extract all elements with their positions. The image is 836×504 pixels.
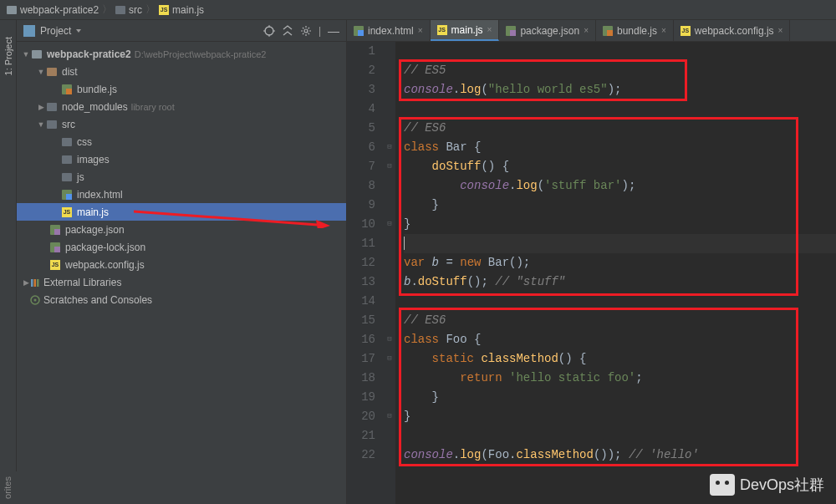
- breadcrumb-separator: 〉: [102, 3, 112, 17]
- close-icon[interactable]: ×: [418, 26, 423, 35]
- folder-icon: [62, 138, 72, 146]
- tab-label: webpack.config.js: [695, 25, 774, 37]
- library-icon: [30, 277, 40, 288]
- tree-label: package-lock.json: [65, 242, 145, 253]
- tree-label: webpack.config.js: [65, 259, 145, 271]
- breadcrumb-item[interactable]: src: [115, 4, 142, 16]
- tree-node-modules[interactable]: node_modules library root: [17, 98, 346, 115]
- js-icon: JS: [681, 26, 691, 36]
- dropdown-arrow-icon[interactable]: [76, 29, 81, 33]
- project-toolbar: Project | —: [17, 20, 346, 42]
- code-editor[interactable]: 12345678910111213141516171819202122 ⊟⊟⊟⊟…: [347, 42, 836, 504]
- breadcrumb-item[interactable]: JS main.js: [159, 4, 204, 16]
- breadcrumb-separator: 〉: [145, 3, 155, 17]
- html-icon: [354, 26, 364, 36]
- locate-icon[interactable]: [263, 25, 275, 37]
- tree-node-index-html[interactable]: index.html: [17, 186, 346, 203]
- tab-label: package.json: [520, 25, 579, 37]
- svg-point-0: [265, 27, 273, 35]
- scratches-icon: [30, 295, 40, 305]
- tree-label: src: [62, 119, 75, 130]
- hide-icon[interactable]: —: [328, 25, 339, 37]
- line-number-gutter: 12345678910111213141516171819202122: [347, 42, 384, 504]
- tree-node-package-lock[interactable]: package-lock.json: [17, 238, 346, 256]
- tab-main-js[interactable]: JS main.js ×: [431, 20, 500, 41]
- project-tool-tab[interactable]: 1: Project: [3, 37, 13, 75]
- breadcrumb-label: webpack-pratice2: [20, 4, 99, 16]
- project-panel: Project | — webpack-pratice2 D:\webProje…: [17, 20, 347, 504]
- json-icon: [50, 225, 60, 235]
- tree-node-external-libs[interactable]: External Libraries: [17, 273, 346, 291]
- close-icon[interactable]: ×: [584, 26, 589, 35]
- breadcrumb-label: src: [129, 4, 142, 16]
- close-icon[interactable]: ×: [661, 26, 666, 35]
- tree-node-scratches[interactable]: Scratches and Consoles: [17, 291, 346, 308]
- tree-node-package-json[interactable]: package.json: [17, 221, 346, 238]
- html-icon: [62, 190, 72, 200]
- svg-rect-7: [34, 279, 37, 287]
- project-icon: [23, 25, 35, 37]
- js-icon: JS: [437, 25, 447, 35]
- tree-label: images: [77, 154, 110, 165]
- tab-index-html[interactable]: index.html ×: [347, 20, 431, 41]
- tab-bundle-js[interactable]: bundle.js ×: [596, 20, 674, 41]
- js-icon: JS: [62, 207, 72, 217]
- tab-webpack-config[interactable]: JS webpack.config.js ×: [674, 20, 791, 41]
- folder-icon: [32, 50, 42, 59]
- tree-expand-icon[interactable]: [37, 103, 45, 111]
- tab-package-json[interactable]: package.json ×: [499, 20, 596, 41]
- tab-label: main.js: [451, 24, 483, 36]
- breadcrumb-item[interactable]: webpack-pratice2: [7, 4, 99, 16]
- tree-node-css[interactable]: css: [17, 133, 346, 150]
- tree-node-js[interactable]: js: [17, 168, 346, 186]
- tree-node-project-root[interactable]: webpack-pratice2 D:\webProject\webpack-p…: [17, 45, 346, 63]
- close-icon[interactable]: ×: [487, 25, 492, 34]
- code-content[interactable]: // ES5console.log("hello world es5");// …: [395, 42, 836, 504]
- svg-point-10: [34, 298, 37, 301]
- tree-expand-icon[interactable]: [22, 50, 30, 59]
- svg-point-5: [304, 29, 308, 33]
- tree-expand-icon[interactable]: [37, 120, 45, 129]
- folder-icon: [47, 68, 57, 76]
- favorites-tool-tab[interactable]: orites: [0, 471, 17, 504]
- tree-node-src[interactable]: src: [17, 115, 346, 133]
- js-icon: [603, 26, 613, 36]
- tree-label: bundle.js: [77, 84, 117, 95]
- tree-node-images[interactable]: images: [17, 150, 346, 168]
- js-icon: JS: [50, 260, 60, 270]
- tree-node-webpack-config[interactable]: JS webpack.config.js: [17, 256, 346, 273]
- favorites-label: orites: [0, 471, 15, 504]
- tree-label: node_modules: [62, 101, 128, 113]
- gear-icon[interactable]: [300, 25, 312, 37]
- fold-gutter[interactable]: ⊟⊟⊟⊟⊟⊟: [384, 42, 395, 504]
- tree-label: css: [77, 136, 92, 148]
- project-title: Project: [40, 25, 71, 37]
- tree-node-dist[interactable]: dist: [17, 63, 346, 80]
- project-tree[interactable]: webpack-pratice2 D:\webProject\webpack-p…: [17, 42, 346, 504]
- folder-icon: [62, 155, 72, 164]
- tree-expand-icon[interactable]: [37, 68, 45, 76]
- folder-icon: [115, 6, 125, 14]
- editor-tabs: index.html × JS main.js × package.json ×…: [347, 20, 836, 42]
- breadcrumb: webpack-pratice2 〉 src 〉 JS main.js: [0, 0, 836, 20]
- js-icon: [62, 84, 72, 94]
- tree-label: dist: [62, 66, 78, 78]
- svg-rect-6: [31, 279, 33, 287]
- tree-node-bundle[interactable]: bundle.js: [17, 80, 346, 98]
- folder-icon: [47, 120, 57, 129]
- tree-label: External Libraries: [43, 277, 121, 288]
- tree-path-hint: D:\webProject\webpack-pratice2: [135, 49, 267, 59]
- js-icon: JS: [159, 5, 169, 15]
- tree-label: index.html: [77, 189, 123, 201]
- watermark: DevOps社群: [710, 474, 824, 496]
- tab-label: index.html: [368, 25, 414, 37]
- tree-expand-icon[interactable]: [22, 278, 30, 287]
- close-icon[interactable]: ×: [778, 26, 783, 35]
- tree-node-main-js[interactable]: JS main.js: [17, 203, 346, 221]
- collapse-all-icon[interactable]: [282, 25, 293, 37]
- wechat-icon: [710, 474, 735, 496]
- json-icon: [50, 242, 60, 252]
- tree-label: Scratches and Consoles: [43, 294, 152, 306]
- folder-icon: [7, 6, 17, 14]
- folder-icon: [47, 103, 57, 111]
